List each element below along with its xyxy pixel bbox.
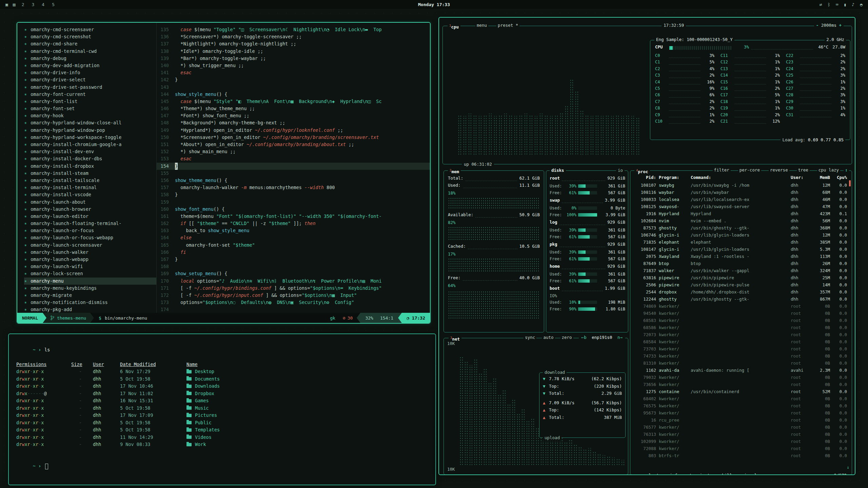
process-row[interactable]: 68583kworker/root0B0.0 xyxy=(630,317,852,324)
interval-increase-button[interactable]: + xyxy=(839,23,842,28)
net-button-auto[interactable]: auto xyxy=(542,335,555,340)
network-interface-selector[interactable]: ←b enp191s0 n→ xyxy=(579,335,625,340)
code-line[interactable]: 157 omarchy-launch-walker -m menus:omarc… xyxy=(157,184,430,191)
file-item[interactable]: ∗omarchy-install-dev-env xyxy=(24,148,156,155)
file-item[interactable]: ∗omarchy-hyprland-window-close-all xyxy=(24,119,156,126)
file-item[interactable]: ∗omarchy-hyprland-window-pop xyxy=(24,127,156,134)
file-item[interactable]: ∗omarchy-install-steam xyxy=(24,170,156,177)
file-item[interactable]: ∗omarchy-launch-webapp xyxy=(24,256,156,263)
process-row[interactable]: 76313kworker/root0B0.0 xyxy=(630,431,852,438)
process-row[interactable]: 81310kworker/root0B0.0 xyxy=(630,360,852,367)
git-branch[interactable]: themes-menu xyxy=(46,313,90,323)
workspace-4[interactable]: 4 xyxy=(42,2,44,7)
code-line[interactable]: 151 *About*) open_in_editor ~/.config/om… xyxy=(157,141,430,148)
process-row[interactable]: 73656kworker/root0B0.0 xyxy=(630,381,852,388)
iface-prev-key[interactable]: ←b xyxy=(580,335,588,340)
code-line[interactable]: 141 esac xyxy=(157,69,430,76)
code-line[interactable]: 158} xyxy=(157,191,430,198)
process-row[interactable]: 12244ghostty/usr/bin/ghostty --gtk-dhh86… xyxy=(630,296,852,303)
code-line[interactable]: 163 back_to show_style_menu xyxy=(157,227,430,234)
battery-icon[interactable]: ▮ xyxy=(844,2,847,7)
proc-button-cpu-lazy[interactable]: cpu lazy xyxy=(817,167,840,172)
workspace-2[interactable]: 2 xyxy=(22,2,24,7)
code-line[interactable]: 173 options="$options\n◌ Defaults\n◍ DNS… xyxy=(157,299,430,306)
code-line[interactable]: 142} xyxy=(157,76,430,83)
file-item[interactable]: ∗omarchy-cmd-screensaver xyxy=(24,26,156,33)
code-line[interactable]: 146 *Theme*) show_theme_menu ;; xyxy=(157,105,430,112)
terminal-icon[interactable]: ▣ xyxy=(5,2,8,7)
file-item[interactable]: ∗omarchy-cmd-terminal-cwd xyxy=(24,48,156,55)
file-item[interactable]: ∗omarchy-cmd-screenshot xyxy=(24,33,156,40)
file-item[interactable]: ∗omarchy-pkg-add xyxy=(24,306,156,313)
process-scrollbar[interactable] xyxy=(849,180,851,186)
code-line[interactable]: 161 theme=$(menu "Font" "$(omarchy-font-… xyxy=(157,213,430,220)
process-row[interactable]: 106746glycin-i/usr/lib/glycin-loadersdhh… xyxy=(630,231,852,239)
proc-button-reverse[interactable]: reverse xyxy=(769,167,789,172)
process-row[interactable]: 72088kworker/root0B0.0 xyxy=(630,445,852,452)
iface-next-key[interactable]: n→ xyxy=(616,335,624,340)
process-row[interactable]: 68584kworker/root0B0.0 xyxy=(630,338,852,345)
code-line[interactable]: 160show_font_menu() { xyxy=(157,206,430,213)
file-item[interactable]: ∗omarchy-launch-or-focus-webapp xyxy=(24,234,156,241)
file-item[interactable]: ∗omarchy-install-chromium-google-a xyxy=(24,141,156,148)
process-row[interactable]: 72073kworker/root0B0.0 xyxy=(630,331,852,338)
process-row[interactable]: 108107swaybg/usr/bin/swaybg -i /homdhh12… xyxy=(630,182,852,189)
info-button[interactable]: info xyxy=(668,473,681,475)
process-row[interactable]: 94540kworker/root0B0.0 xyxy=(630,310,852,317)
code-line[interactable]: 147 *Font*) show_font_menu ;; xyxy=(157,112,430,119)
process-row[interactable]: 108033localsea/usr/lib/localsearch-exdhh… xyxy=(630,196,852,203)
code-line[interactable]: 143 xyxy=(157,84,430,91)
file-item[interactable]: ∗omarchy-notification-dismiss xyxy=(24,299,156,306)
signals-button[interactable]: signals xyxy=(740,473,761,475)
process-row[interactable]: 87649btopbtopdhh26M0.0 xyxy=(630,260,852,267)
code-line[interactable]: 138 *Idle*) omarchy-toggle-idle ;; xyxy=(157,48,430,55)
process-row[interactable]: 71837walker/usr/bin/walker --gappldhh324… xyxy=(630,267,852,274)
file-item[interactable]: ∗omarchy-launch-browser xyxy=(24,206,156,213)
file-item[interactable]: ∗omarchy-font-set xyxy=(24,105,156,112)
code-line[interactable]: 170 local options="♪ Audio\n≋ Wifi\nᛒ Bl… xyxy=(157,278,430,285)
file-item[interactable]: ∗omarchy-font-current xyxy=(24,91,156,98)
file-item[interactable]: ∗omarchy-menu-keybindings xyxy=(24,285,156,292)
process-row[interactable]: 76575kworker/root0B0.0 xyxy=(630,402,852,409)
process-row[interactable]: 2506pipewire/usr/bin/pipewire-pulsedhh14… xyxy=(630,281,852,288)
file-item[interactable]: ∗omarchy-drive-set-password xyxy=(24,84,156,91)
cpu-button-menu[interactable]: menu xyxy=(475,23,488,28)
process-row[interactable]: 79032kworker/root0B0.0 xyxy=(630,374,852,381)
code-line[interactable]: 174 xyxy=(157,306,430,313)
power-icon[interactable]: ◓ xyxy=(860,2,863,7)
process-row[interactable]: 1275containe/usr/bin/containerdroot52M0.… xyxy=(630,388,852,395)
terminate-button[interactable]: terminate xyxy=(688,473,714,475)
code-line[interactable]: 150 *Screensaver*) open_in_editor ~/.con… xyxy=(157,134,430,141)
cpu-button-preset[interactable]: preset * xyxy=(496,23,519,28)
process-row[interactable]: 74733kworker/root0B0.0 xyxy=(630,352,852,360)
code-line[interactable]: 171 [ -f ~/.config/hypr/bindings.conf ] … xyxy=(157,285,430,292)
process-row[interactable]: 2075XwaylandXwayland :1 -rootless -dhh11… xyxy=(630,253,852,260)
code-line[interactable]: 137 *Nightlight*) omarchy-toggle-nightli… xyxy=(157,40,430,47)
code-line[interactable]: 156show_theme_menu() { xyxy=(157,177,430,184)
file-item[interactable]: ∗omarchy-install-tailscale xyxy=(24,177,156,184)
code-line[interactable]: 149 *Hyprland*) open_in_editor ~/.config… xyxy=(157,127,430,134)
proc-button-tree[interactable]: tree xyxy=(797,167,810,172)
file-item[interactable]: ∗omarchy-install-vscode xyxy=(24,191,156,198)
process-row[interactable]: 108147glycin-i/usr/lib/glycin-loadersdhh… xyxy=(630,246,852,253)
code-line[interactable]: 139 *Bar*) omarchy-toggle-waybar ;; xyxy=(157,55,430,62)
code-line[interactable]: 148 *Background*) omarchy-theme-bg-next … xyxy=(157,119,430,126)
file-item[interactable]: ∗omarchy-hyprland-workspace-toggle xyxy=(24,134,156,141)
workspace-3[interactable]: 3 xyxy=(32,2,34,7)
process-row[interactable]: 108116waybar/usr/bin/waybardhh68M0.0 xyxy=(630,189,852,196)
file-item[interactable]: ∗omarchy-launch-walker xyxy=(24,249,156,256)
code-line[interactable]: 136 *Screensaver*) omarchy-toggle-screen… xyxy=(157,33,430,40)
file-item[interactable]: ∗omarchy-launch-editor xyxy=(24,213,156,220)
code-line[interactable]: 144show_style_menu() { xyxy=(157,91,430,98)
file-item[interactable]: ∗omarchy-menu xyxy=(24,278,156,285)
kill-button[interactable]: kill xyxy=(721,473,733,475)
code-line[interactable]: 169show_setup_menu() { xyxy=(157,270,430,277)
process-row[interactable]: 102099kworker/root0B0.0 xyxy=(630,438,852,445)
process-row[interactable]: 63816pipewire/usr/bin/pipewiredhh25M0.0 xyxy=(630,274,852,281)
process-row[interactable]: 73703kworker/root0B0.0 xyxy=(630,345,852,352)
file-item[interactable]: ∗omarchy-install-dropbox xyxy=(24,163,156,170)
process-row[interactable]: 1162avahi-daavahi-daemon: running [avahi… xyxy=(630,367,852,374)
code-line[interactable]: 167} xyxy=(157,256,430,263)
code-line[interactable]: 166 fi xyxy=(157,249,430,256)
file-item[interactable]: ∗omarchy-launch-screensaver xyxy=(24,242,156,249)
